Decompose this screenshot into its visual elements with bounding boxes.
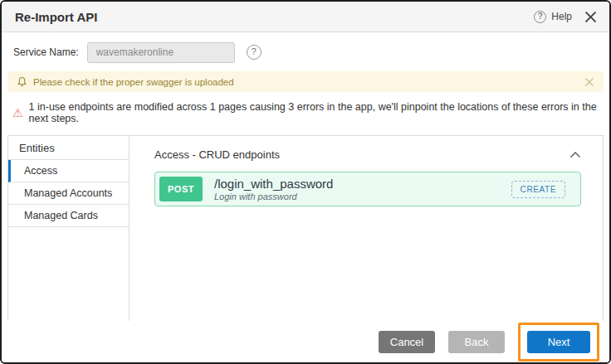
help-question-icon[interactable]: ? (534, 11, 546, 23)
sidebar-item-access[interactable]: Access (8, 160, 129, 182)
swagger-info-banner: Please check if the proper swagger is up… (7, 71, 604, 92)
endpoint-path: /login_with_password (214, 177, 333, 191)
endpoint-description: Login with password (214, 192, 333, 201)
close-icon[interactable] (585, 12, 596, 22)
service-name-label: Service Name: (13, 46, 79, 58)
next-button[interactable]: Next (527, 331, 590, 353)
dialog-titlebar: Re-Import API ? Help (2, 2, 609, 32)
cancel-button[interactable]: Cancel (379, 331, 435, 353)
banner-text: Please check if the proper swagger is up… (33, 77, 234, 87)
service-name-row: Service Name: ? (2, 41, 609, 63)
back-button[interactable]: Back (448, 331, 505, 353)
content-panel: Entities Access Managed Accounts Managed… (7, 135, 604, 335)
banner-close-icon[interactable] (585, 78, 594, 86)
dialog-title: Re-Import API (15, 10, 97, 24)
section-header: Access - CRUD endpoints (154, 148, 581, 161)
section-title: Access - CRUD endpoints (154, 148, 280, 161)
warning-triangle-icon: ⚠ (12, 107, 23, 119)
endpoints-main: Access - CRUD endpoints POST /login_with… (130, 136, 603, 334)
reimport-api-dialog: Re-Import API ? Help Service Name: ? Ple… (0, 0, 611, 364)
sidebar-item-managed-accounts[interactable]: Managed Accounts (8, 182, 129, 205)
create-action-badge[interactable]: CREATE (511, 181, 565, 198)
entities-header: Entities (8, 136, 129, 160)
endpoint-row[interactable]: POST /login_with_password Login with pas… (154, 172, 581, 206)
bell-icon (17, 76, 27, 87)
service-help-icon[interactable]: ? (247, 45, 262, 60)
warning-text: 1 in-use endpoints are modified across 1… (29, 101, 599, 124)
entities-sidebar: Entities Access Managed Accounts Managed… (8, 136, 130, 334)
next-button-highlight: Next (518, 323, 599, 362)
errors-warning-row: ⚠ 1 in-use endpoints are modified across… (2, 101, 609, 124)
method-badge: POST (159, 177, 203, 201)
service-name-input[interactable] (87, 42, 235, 63)
help-link[interactable]: Help (551, 11, 572, 22)
chevron-up-icon[interactable] (569, 151, 581, 158)
dialog-footer: Cancel Back Next (2, 321, 609, 362)
sidebar-item-managed-cards[interactable]: Managed Cards (8, 205, 129, 227)
